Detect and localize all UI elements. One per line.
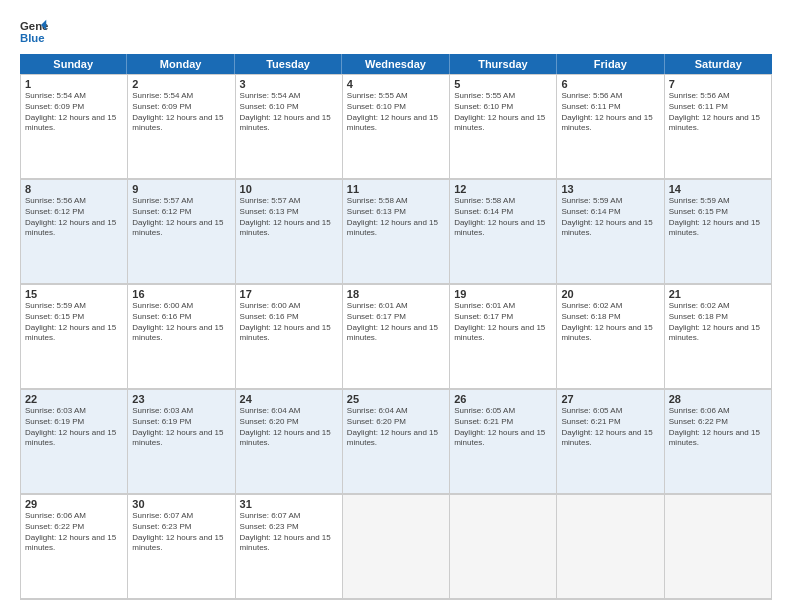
weekday-header-sunday: Sunday [20,54,127,74]
day-cell-17: 17Sunrise: 6:00 AMSunset: 6:16 PMDayligh… [236,285,343,389]
day-info: Sunrise: 6:04 AMSunset: 6:20 PMDaylight:… [240,406,338,449]
day-number: 24 [240,393,338,405]
day-cell-27: 27Sunrise: 6:05 AMSunset: 6:21 PMDayligh… [557,390,664,494]
day-number: 26 [454,393,552,405]
day-info: Sunrise: 5:56 AMSunset: 6:11 PMDaylight:… [669,91,767,134]
day-number: 21 [669,288,767,300]
day-info: Sunrise: 6:04 AMSunset: 6:20 PMDaylight:… [347,406,445,449]
calendar-body: 1Sunrise: 5:54 AMSunset: 6:09 PMDaylight… [20,74,772,600]
day-number: 8 [25,183,123,195]
day-number: 3 [240,78,338,90]
day-cell-23: 23Sunrise: 6:03 AMSunset: 6:19 PMDayligh… [128,390,235,494]
day-info: Sunrise: 6:01 AMSunset: 6:17 PMDaylight:… [454,301,552,344]
day-info: Sunrise: 5:59 AMSunset: 6:15 PMDaylight:… [669,196,767,239]
day-cell-10: 10Sunrise: 5:57 AMSunset: 6:13 PMDayligh… [236,180,343,284]
day-info: Sunrise: 5:57 AMSunset: 6:13 PMDaylight:… [240,196,338,239]
weekday-header-tuesday: Tuesday [235,54,342,74]
day-cell-8: 8Sunrise: 5:56 AMSunset: 6:12 PMDaylight… [21,180,128,284]
calendar-week-2: 8Sunrise: 5:56 AMSunset: 6:12 PMDaylight… [20,179,772,284]
day-cell-18: 18Sunrise: 6:01 AMSunset: 6:17 PMDayligh… [343,285,450,389]
page-header: General Blue [20,18,772,46]
weekday-header-thursday: Thursday [450,54,557,74]
day-number: 16 [132,288,230,300]
day-cell-3: 3Sunrise: 5:54 AMSunset: 6:10 PMDaylight… [236,75,343,179]
day-cell-4: 4Sunrise: 5:55 AMSunset: 6:10 PMDaylight… [343,75,450,179]
calendar-week-3: 15Sunrise: 5:59 AMSunset: 6:15 PMDayligh… [20,284,772,389]
day-cell-26: 26Sunrise: 6:05 AMSunset: 6:21 PMDayligh… [450,390,557,494]
day-cell-22: 22Sunrise: 6:03 AMSunset: 6:19 PMDayligh… [21,390,128,494]
day-info: Sunrise: 5:54 AMSunset: 6:10 PMDaylight:… [240,91,338,134]
day-info: Sunrise: 6:02 AMSunset: 6:18 PMDaylight:… [561,301,659,344]
day-number: 10 [240,183,338,195]
day-info: Sunrise: 5:54 AMSunset: 6:09 PMDaylight:… [132,91,230,134]
day-cell-5: 5Sunrise: 5:55 AMSunset: 6:10 PMDaylight… [450,75,557,179]
day-number: 2 [132,78,230,90]
day-info: Sunrise: 5:54 AMSunset: 6:09 PMDaylight:… [25,91,123,134]
day-number: 5 [454,78,552,90]
day-info: Sunrise: 5:59 AMSunset: 6:15 PMDaylight:… [25,301,123,344]
day-info: Sunrise: 5:55 AMSunset: 6:10 PMDaylight:… [454,91,552,134]
weekday-header-saturday: Saturday [665,54,772,74]
day-cell-6: 6Sunrise: 5:56 AMSunset: 6:11 PMDaylight… [557,75,664,179]
day-number: 6 [561,78,659,90]
day-info: Sunrise: 6:01 AMSunset: 6:17 PMDaylight:… [347,301,445,344]
day-info: Sunrise: 6:03 AMSunset: 6:19 PMDaylight:… [132,406,230,449]
svg-text:Blue: Blue [20,32,45,44]
day-info: Sunrise: 6:06 AMSunset: 6:22 PMDaylight:… [25,511,123,554]
day-cell-16: 16Sunrise: 6:00 AMSunset: 6:16 PMDayligh… [128,285,235,389]
day-info: Sunrise: 5:56 AMSunset: 6:12 PMDaylight:… [25,196,123,239]
empty-cell [557,495,664,599]
empty-cell [343,495,450,599]
day-number: 25 [347,393,445,405]
day-cell-21: 21Sunrise: 6:02 AMSunset: 6:18 PMDayligh… [665,285,772,389]
day-info: Sunrise: 6:07 AMSunset: 6:23 PMDaylight:… [132,511,230,554]
day-cell-2: 2Sunrise: 5:54 AMSunset: 6:09 PMDaylight… [128,75,235,179]
day-cell-19: 19Sunrise: 6:01 AMSunset: 6:17 PMDayligh… [450,285,557,389]
day-cell-20: 20Sunrise: 6:02 AMSunset: 6:18 PMDayligh… [557,285,664,389]
day-cell-12: 12Sunrise: 5:58 AMSunset: 6:14 PMDayligh… [450,180,557,284]
calendar-header: SundayMondayTuesdayWednesdayThursdayFrid… [20,54,772,74]
day-cell-1: 1Sunrise: 5:54 AMSunset: 6:09 PMDaylight… [21,75,128,179]
day-number: 20 [561,288,659,300]
day-cell-14: 14Sunrise: 5:59 AMSunset: 6:15 PMDayligh… [665,180,772,284]
day-number: 28 [669,393,767,405]
day-cell-11: 11Sunrise: 5:58 AMSunset: 6:13 PMDayligh… [343,180,450,284]
day-number: 15 [25,288,123,300]
empty-cell [450,495,557,599]
empty-cell [665,495,772,599]
day-number: 9 [132,183,230,195]
day-cell-31: 31Sunrise: 6:07 AMSunset: 6:23 PMDayligh… [236,495,343,599]
day-info: Sunrise: 5:58 AMSunset: 6:14 PMDaylight:… [454,196,552,239]
day-number: 14 [669,183,767,195]
day-info: Sunrise: 6:05 AMSunset: 6:21 PMDaylight:… [454,406,552,449]
day-info: Sunrise: 5:58 AMSunset: 6:13 PMDaylight:… [347,196,445,239]
day-number: 27 [561,393,659,405]
calendar-week-5: 29Sunrise: 6:06 AMSunset: 6:22 PMDayligh… [20,494,772,600]
day-info: Sunrise: 5:59 AMSunset: 6:14 PMDaylight:… [561,196,659,239]
day-number: 19 [454,288,552,300]
calendar-page: General Blue SundayMondayTuesdayWednesda… [0,0,792,612]
day-number: 29 [25,498,123,510]
weekday-header-monday: Monday [127,54,234,74]
day-cell-29: 29Sunrise: 6:06 AMSunset: 6:22 PMDayligh… [21,495,128,599]
day-number: 1 [25,78,123,90]
day-info: Sunrise: 6:03 AMSunset: 6:19 PMDaylight:… [25,406,123,449]
day-info: Sunrise: 6:00 AMSunset: 6:16 PMDaylight:… [240,301,338,344]
day-info: Sunrise: 6:05 AMSunset: 6:21 PMDaylight:… [561,406,659,449]
calendar-week-1: 1Sunrise: 5:54 AMSunset: 6:09 PMDaylight… [20,74,772,179]
day-number: 31 [240,498,338,510]
calendar: SundayMondayTuesdayWednesdayThursdayFrid… [20,54,772,600]
weekday-header-friday: Friday [557,54,664,74]
day-number: 4 [347,78,445,90]
day-number: 12 [454,183,552,195]
day-cell-25: 25Sunrise: 6:04 AMSunset: 6:20 PMDayligh… [343,390,450,494]
day-cell-13: 13Sunrise: 5:59 AMSunset: 6:14 PMDayligh… [557,180,664,284]
day-info: Sunrise: 6:06 AMSunset: 6:22 PMDaylight:… [669,406,767,449]
day-info: Sunrise: 5:56 AMSunset: 6:11 PMDaylight:… [561,91,659,134]
day-number: 17 [240,288,338,300]
day-cell-28: 28Sunrise: 6:06 AMSunset: 6:22 PMDayligh… [665,390,772,494]
logo-icon: General Blue [20,18,48,46]
day-number: 11 [347,183,445,195]
day-number: 7 [669,78,767,90]
day-info: Sunrise: 5:55 AMSunset: 6:10 PMDaylight:… [347,91,445,134]
